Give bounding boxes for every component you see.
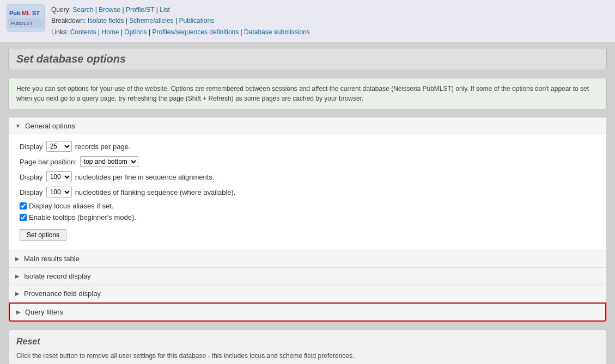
nav-link-profiles[interactable]: Profiles/sequences definitions: [153, 28, 239, 36]
page-title-bar: Set database options: [8, 48, 607, 70]
svg-text:ML: ML: [22, 10, 31, 16]
main-results-arrow: ▶: [15, 256, 20, 262]
query-links-row: Query: Search | Browse | Profile/ST | Li…: [51, 4, 310, 15]
breakdown-links-row: Breakdown: Isolate fields | Scheme/allel…: [51, 15, 310, 26]
display-records-label-post: records per page.: [75, 143, 131, 151]
reset-section: Reset Click the reset button to remove a…: [8, 330, 607, 364]
query-link-profilest[interactable]: Profile/ST: [126, 6, 154, 14]
aliases-checkbox-row: Display locus aliases if set.: [20, 202, 595, 210]
nav-link-contents[interactable]: Contents: [70, 28, 96, 36]
nucleotides-line-label-post: nucleotides per line in sequence alignme…: [75, 173, 215, 181]
nucleotides-line-select[interactable]: 50 100 150 200: [46, 171, 72, 182]
logo: Pub ML ST PubMLST: [7, 4, 45, 32]
svg-text:PubMLST: PubMLST: [11, 21, 33, 26]
main: Set database options Here you can set op…: [0, 42, 615, 364]
query-filters-header[interactable]: ▶ Query filters: [9, 303, 606, 322]
nav-link-home[interactable]: Home: [102, 28, 119, 36]
query-filters-arrow: ▶: [16, 309, 21, 315]
links-label: Links:: [51, 28, 68, 36]
nucleotides-line-label-pre: Display: [20, 173, 43, 181]
query-link-list[interactable]: List: [160, 6, 170, 14]
page-bar-select[interactable]: top bottom top and bottom none: [80, 156, 138, 167]
info-box: Here you can set options for your use of…: [8, 78, 607, 109]
nav-link-options[interactable]: Options: [124, 28, 147, 36]
nucleotides-line-row: Display 50 100 150 200 nucleotides per l…: [20, 171, 595, 182]
breakdown-label: Breakdown:: [51, 17, 86, 24]
section-main-results: ▶ Main results table: [9, 250, 606, 268]
isolate-record-arrow: ▶: [15, 273, 20, 279]
tooltips-checkbox-row: Enable tooltips (beginner's mode).: [20, 213, 595, 221]
query-link-search[interactable]: Search: [72, 6, 93, 14]
breakdown-link-isolate[interactable]: Isolate fields: [88, 17, 124, 24]
breakdown-link-publications[interactable]: Publications: [179, 17, 214, 24]
page-bar-row: Page bar position: top bottom top and bo…: [20, 156, 595, 167]
aliases-checkbox[interactable]: [20, 202, 27, 209]
general-options-body: Display 10 25 50 100 200 records per pag…: [9, 134, 606, 250]
provenance-field-header[interactable]: ▶ Provenance field display: [9, 285, 606, 302]
page-title: Set database options: [16, 53, 599, 65]
reset-description: Click the reset button to remove all use…: [16, 351, 599, 361]
aliases-label[interactable]: Display locus aliases if set.: [29, 202, 113, 210]
display-records-row: Display 10 25 50 100 200 records per pag…: [20, 141, 595, 152]
main-results-title: Main results table: [24, 255, 80, 263]
query-link-browse[interactable]: Browse: [99, 6, 120, 14]
display-records-label-pre: Display: [20, 143, 43, 151]
header-links: Query: Search | Browse | Profile/ST | Li…: [51, 4, 310, 38]
svg-text:ST: ST: [32, 10, 40, 16]
section-query-filters: ▶ Query filters: [9, 303, 606, 322]
info-text: Here you can set options for your use of…: [16, 84, 599, 103]
nucleotides-flank-label-pre: Display: [20, 188, 43, 196]
header: Pub ML ST PubMLST Query: Search | Browse…: [0, 0, 615, 42]
svg-text:Pub: Pub: [9, 10, 21, 16]
tooltips-label[interactable]: Enable tooltips (beginner's mode).: [29, 213, 136, 221]
nav-link-submissions[interactable]: Database submissions: [244, 28, 310, 36]
general-options-arrow: ▼: [15, 123, 21, 129]
nucleotides-flank-select[interactable]: 50 100 150 200: [46, 187, 72, 198]
nucleotides-flank-label-post: nucleotides of flanking sequence (where …: [75, 188, 236, 196]
section-general-options: ▼ General options Display 10 25 50 100 2…: [9, 118, 606, 250]
records-per-page-select[interactable]: 10 25 50 100 200: [46, 141, 72, 152]
breakdown-link-scheme[interactable]: Scheme/alleles: [129, 17, 173, 24]
isolate-record-title: Isolate record display: [24, 272, 91, 280]
section-provenance-field: ▶ Provenance field display: [9, 285, 606, 303]
reset-title: Reset: [16, 337, 599, 347]
provenance-field-arrow: ▶: [15, 291, 20, 297]
isolate-record-header[interactable]: ▶ Isolate record display: [9, 268, 606, 285]
nucleotides-flank-row: Display 50 100 150 200 nucleotides of fl…: [20, 187, 595, 198]
set-options-button[interactable]: Set options: [20, 229, 66, 241]
general-options-title: General options: [25, 122, 75, 130]
query-filters-title: Query filters: [25, 308, 63, 316]
nav-links-row: Links: Contents | Home | Options | Profi…: [51, 27, 310, 38]
main-results-header[interactable]: ▶ Main results table: [9, 250, 606, 267]
provenance-field-title: Provenance field display: [24, 289, 101, 298]
section-general-options-header[interactable]: ▼ General options: [9, 118, 606, 134]
page-bar-label: Page bar position:: [20, 158, 77, 166]
query-label: Query:: [51, 6, 71, 14]
sections-container: ▼ General options Display 10 25 50 100 2…: [8, 117, 607, 322]
section-isolate-record: ▶ Isolate record display: [9, 268, 606, 285]
tooltips-checkbox[interactable]: [20, 214, 27, 221]
